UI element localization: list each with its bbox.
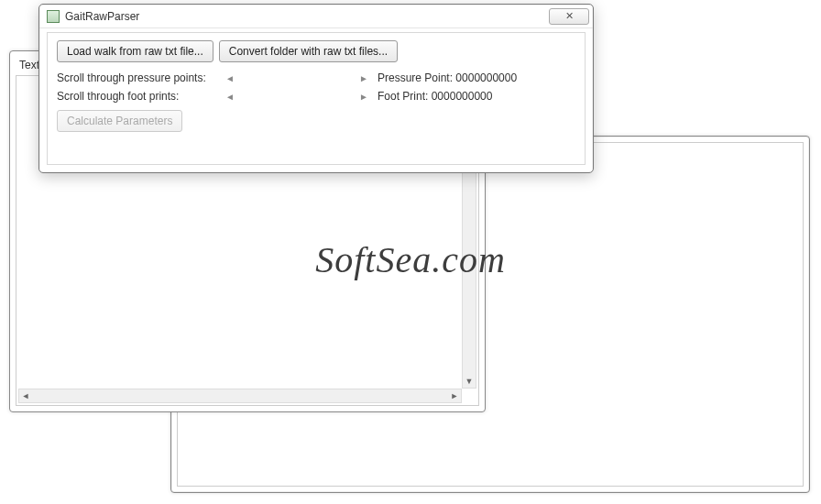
chevron-right-icon[interactable]: ►: [359, 73, 368, 83]
button-row: Load walk from raw txt file... Convert f…: [57, 40, 575, 62]
calculate-parameters-button[interactable]: Calculate Parameters: [57, 110, 182, 132]
pressure-scrollbar[interactable]: ◄ ►: [224, 71, 370, 84]
convert-folder-button[interactable]: Convert folder with raw txt files...: [219, 40, 398, 62]
foot-row: Scroll through foot prints: ◄ ► Foot Pri…: [57, 90, 575, 103]
pressure-label: Scroll through pressure points:: [57, 71, 224, 84]
close-icon: ✕: [565, 10, 574, 21]
app-icon: [47, 10, 60, 23]
gaitrawparser-dialog: GaitRawParser ✕ Load walk from raw txt f…: [38, 4, 594, 173]
close-button[interactable]: ✕: [549, 8, 589, 25]
pressure-value: Pressure Point: 0000000000: [378, 71, 517, 84]
dialog-body: Load walk from raw txt file... Convert f…: [47, 32, 586, 165]
scroll-left-icon[interactable]: ◄: [19, 389, 32, 402]
calc-row: Calculate Parameters: [57, 110, 575, 132]
window-title: GaitRawParser: [65, 10, 549, 23]
scroll-down-icon[interactable]: ▼: [463, 375, 476, 388]
chevron-left-icon[interactable]: ◄: [225, 73, 235, 83]
pressure-row: Scroll through pressure points: ◄ ► Pres…: [57, 71, 575, 84]
foot-scrollbar[interactable]: ◄ ►: [224, 90, 370, 103]
chevron-right-icon[interactable]: ►: [359, 92, 368, 102]
foot-label: Scroll through foot prints:: [57, 90, 224, 103]
scroll-right-icon[interactable]: ►: [448, 389, 461, 402]
chevron-left-icon[interactable]: ◄: [225, 92, 235, 102]
titlebar[interactable]: GaitRawParser ✕: [39, 5, 593, 28]
foot-value: Foot Print: 0000000000: [378, 90, 492, 103]
load-walk-button[interactable]: Load walk from raw txt file...: [57, 40, 213, 62]
horizontal-scrollbar[interactable]: ◄ ►: [18, 389, 462, 403]
